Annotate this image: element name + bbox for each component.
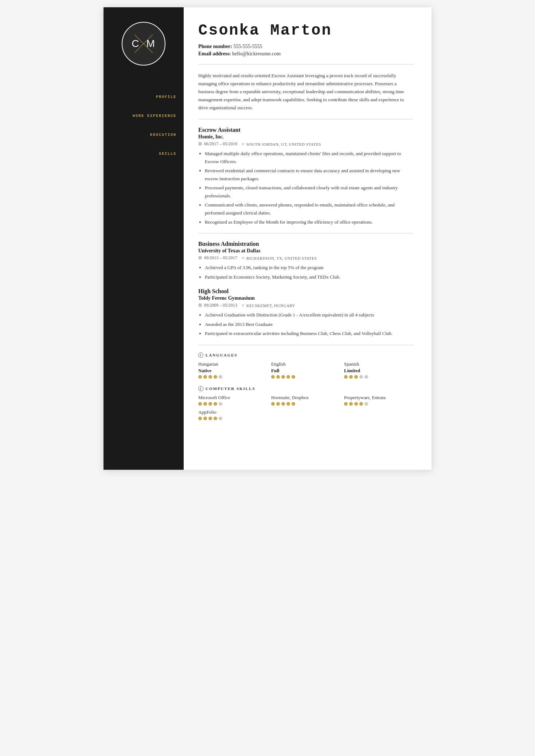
skills-section: i LANGUAGES Hungarian Native — [198, 353, 413, 420]
dot — [286, 402, 290, 406]
edu-school-2: Toldy Ferenc Gymnasium — [198, 295, 413, 301]
dot — [198, 402, 202, 406]
resume-container: C M PROFILE WORK EXPERIENCE EDUCATION SK… — [104, 7, 431, 470]
comp-name-3: AppFolio — [198, 409, 268, 415]
job-bullets: Managed multiple daily office operations… — [205, 150, 413, 226]
appfolio-row: AppFolio — [198, 409, 413, 420]
skills-label: SKILLS — [111, 152, 176, 156]
comp-name-0: Microsoft Office — [198, 395, 268, 401]
dot — [271, 402, 275, 406]
lang-name-1: English — [271, 361, 340, 367]
lang-level-2: Limited — [344, 368, 413, 374]
calendar-icon: ☒ — [198, 142, 202, 146]
email-row: Email address: hello@kickresume.com — [198, 51, 413, 57]
dot — [281, 402, 285, 406]
phone-row: Phone number: 555-555-5555 — [198, 44, 413, 50]
computer-title: i COMPUTER SKILLS — [198, 386, 413, 391]
comp-name-1: Hootsuite, Dropbox — [271, 395, 340, 401]
work-experience-label: WORK EXPERIENCE — [111, 114, 176, 118]
dot — [292, 375, 295, 379]
bullet-item: Processed payments, closed transactions,… — [205, 184, 413, 200]
location-icon: ○ — [242, 141, 244, 147]
dot — [276, 402, 280, 406]
candidate-name: Csonka Marton — [198, 22, 413, 39]
phone-label: Phone number: — [198, 44, 232, 49]
dot — [219, 417, 222, 420]
edu-meta-1: ☒ 09/2013 – 05/2017 ○ RICHARDSON, TX, UN… — [198, 255, 413, 261]
sidebar-work-label: WORK EXPERIENCE — [104, 114, 184, 122]
languages-subsection: i LANGUAGES Hungarian Native — [198, 353, 413, 379]
edu-dates-1: 09/2013 – 05/2017 — [204, 255, 237, 261]
skill-spanish: Spanish Limited — [344, 361, 413, 379]
comp-name-2: Propertyware, Entrata — [344, 395, 413, 401]
dot — [359, 402, 363, 406]
job-location: SOUTH JORDAN, UT, UNITED STATES — [246, 142, 321, 146]
edu-block-1: Business Administration University of Te… — [198, 241, 413, 281]
dot — [359, 375, 363, 379]
lang-name-0: Hungarian — [198, 361, 268, 367]
edu-location-2: KECSKEMET, HUNGARY — [246, 303, 295, 308]
sidebar: C M PROFILE WORK EXPERIENCE EDUCATION SK… — [104, 7, 184, 470]
dot — [354, 375, 358, 379]
dot — [219, 375, 222, 379]
dot — [271, 375, 275, 379]
dot — [354, 402, 358, 406]
computer-skills-subsection: i COMPUTER SKILLS Microsoft Office — [198, 386, 413, 420]
edu-bullets-1: Achieved a GPA of 3.96, ranking in the t… — [205, 264, 413, 281]
dots-row — [271, 375, 340, 379]
dot — [281, 375, 285, 379]
edu-location-1: RICHARDSON, TX, UNITED STATES — [246, 256, 317, 260]
dots-row — [198, 417, 268, 420]
sidebar-profile-label: PROFILE — [104, 95, 184, 103]
job-title: Escrow Assistant — [198, 127, 413, 133]
dot — [349, 375, 353, 379]
dot — [364, 375, 368, 379]
lang-name-2: Spanish — [344, 361, 413, 367]
computer-label: COMPUTER SKILLS — [206, 386, 255, 391]
dots-row — [271, 402, 340, 406]
dot — [208, 402, 212, 406]
dot — [198, 375, 202, 379]
dot — [214, 375, 217, 379]
computer-grid: Microsoft Office Hootsuite, Dropbox — [198, 395, 413, 406]
education-label: EDUCATION — [111, 133, 176, 137]
dot — [292, 402, 295, 406]
job-meta: ☒ 06/2017 – 05/2019 ○ SOUTH JORDAN, UT, … — [198, 141, 413, 147]
main-divider-1 — [198, 64, 413, 64]
profile-text: Highly motivated and results-oriented Es… — [198, 72, 413, 112]
sidebar-skills-label: SKILLS — [104, 152, 184, 160]
location-icon: ○ — [242, 255, 244, 261]
skill-propertyware: Propertyware, Entrata — [344, 395, 413, 406]
lang-level-1: Full — [271, 368, 340, 374]
dot — [276, 375, 280, 379]
education-section: Business Administration University of Te… — [198, 241, 413, 337]
calendar-icon: ☒ — [198, 256, 202, 260]
bullet-item: Recognized as Employee of the Month for … — [205, 218, 413, 226]
skill-hootsuite: Hootsuite, Dropbox — [271, 395, 340, 406]
lang-level-0: Native — [198, 368, 268, 374]
dot — [208, 417, 212, 420]
avatar-cross-icon — [122, 23, 165, 65]
main-divider-2 — [198, 119, 413, 119]
main-divider-3 — [198, 233, 413, 233]
edu-school-1: University of Texas at Dallas — [198, 248, 413, 254]
dots-row — [344, 402, 413, 406]
calendar-icon: ☒ — [198, 303, 202, 308]
name-block: Csonka Marton Phone number: 555-555-5555… — [198, 22, 413, 57]
bullet-item: Managed multiple daily office operations… — [205, 150, 413, 165]
main-divider-4 — [198, 345, 413, 345]
company-name: Homie, Inc. — [198, 134, 413, 140]
skill-ms-office: Microsoft Office — [198, 395, 268, 406]
skill-hungarian: Hungarian Native — [198, 361, 268, 379]
bullet-item: Achieved Graduation with Distinction (Gr… — [205, 311, 413, 319]
edu-dates-2: 09/2009 – 05/2013 — [204, 303, 237, 308]
skill-english: English Full — [271, 361, 340, 379]
dot — [286, 375, 290, 379]
dot — [349, 402, 353, 406]
profile-section: Highly motivated and results-oriented Es… — [198, 72, 413, 112]
phone-value: 555-555-5555 — [233, 44, 262, 49]
bullet-item: Achieved a GPA of 3.96, ranking in the t… — [205, 264, 413, 271]
work-experience-section: Escrow Assistant Homie, Inc. ☒ 06/2017 –… — [198, 127, 413, 226]
dot — [214, 417, 217, 420]
dot — [364, 402, 368, 406]
